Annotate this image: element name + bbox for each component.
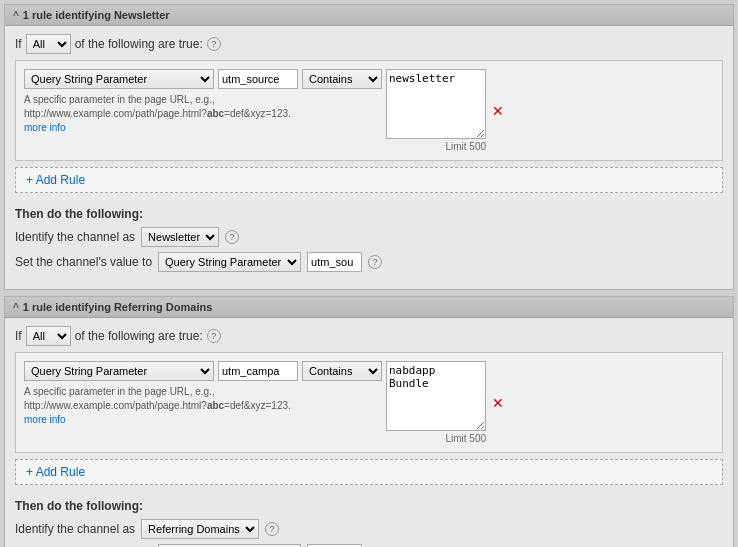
type-select-newsletter[interactable]: Query String Parameter Referring Domain …	[24, 69, 214, 89]
if-row-referring: If All Any of the following are true: ?	[15, 326, 723, 346]
identify-row-newsletter: Identify the channel as Newsletter ?	[15, 227, 723, 247]
add-rule-link-referring[interactable]: Add Rule	[26, 465, 85, 479]
if-row-newsletter: If All Any of the following are true: ?	[15, 34, 723, 54]
value-textarea-newsletter[interactable]: newsletter	[386, 69, 486, 139]
type-select-referring[interactable]: Query String Parameter Referring Domain …	[24, 361, 214, 381]
then-title-newsletter: Then do the following:	[15, 207, 723, 221]
hint-referring: A specific parameter in the page URL, e.…	[24, 385, 382, 427]
all-select-referring[interactable]: All Any	[26, 326, 71, 346]
help-icon-identify-referring[interactable]: ?	[265, 522, 279, 536]
delete-btn-referring[interactable]: ✕	[490, 395, 506, 411]
page-container: ^ 1 rule identifying Newsletter If All A…	[0, 0, 738, 547]
rule-header-newsletter: ^ 1 rule identifying Newsletter	[5, 5, 733, 26]
identify-select-newsletter[interactable]: Newsletter	[141, 227, 219, 247]
operator-select-newsletter[interactable]: Contains Does Not Contain Equals Starts …	[302, 69, 382, 89]
value-col-referring: nabdapp Bundle Limit 500	[386, 361, 486, 444]
if-label-referring: If	[15, 329, 22, 343]
help-icon-set-newsletter[interactable]: ?	[368, 255, 382, 269]
param-input-referring[interactable]	[218, 361, 298, 381]
help-icon-newsletter[interactable]: ?	[207, 37, 221, 51]
collapse-icon-newsletter[interactable]: ^	[13, 10, 19, 21]
set-param-input-newsletter[interactable]	[307, 252, 362, 272]
of-following-newsletter: of the following are true:	[75, 37, 203, 51]
hint-text-referring: A specific parameter in the page URL, e.…	[24, 385, 382, 427]
more-info-link-referring[interactable]: more info	[24, 414, 66, 425]
rule-section-newsletter: ^ 1 rule identifying Newsletter If All A…	[4, 4, 734, 290]
param-input-newsletter[interactable]	[218, 69, 298, 89]
condition-1-newsletter: Query String Parameter Referring Domain …	[24, 69, 714, 152]
collapse-icon-referring[interactable]: ^	[13, 302, 19, 313]
identify-select-referring[interactable]: Referring Domains	[141, 519, 259, 539]
condition-left-newsletter: Query String Parameter Referring Domain …	[24, 69, 382, 135]
set-label-newsletter: Set the channel's value to	[15, 255, 152, 269]
rule-body-newsletter: If All Any of the following are true: ? …	[5, 26, 733, 289]
delete-btn-newsletter[interactable]: ✕	[490, 103, 506, 119]
all-select-newsletter[interactable]: All Any	[26, 34, 71, 54]
help-icon-referring[interactable]: ?	[207, 329, 221, 343]
then-section-newsletter: Then do the following: Identify the chan…	[15, 203, 723, 281]
rule-header-text-referring: 1 rule identifying Referring Domains	[23, 301, 212, 313]
identify-label-referring: Identify the channel as	[15, 522, 135, 536]
identify-label-newsletter: Identify the channel as	[15, 230, 135, 244]
limit-text-referring: Limit 500	[386, 433, 486, 444]
condition-left-referring: Query String Parameter Referring Domain …	[24, 361, 382, 427]
if-label-newsletter: If	[15, 37, 22, 51]
set-type-select-newsletter[interactable]: Query String Parameter Referring Domain …	[158, 252, 301, 272]
more-info-link-newsletter[interactable]: more info	[24, 122, 66, 133]
add-rule-link-newsletter[interactable]: Add Rule	[26, 173, 85, 187]
rule-body-referring: If All Any of the following are true: ? …	[5, 318, 733, 547]
rule-section-referring: ^ 1 rule identifying Referring Domains I…	[4, 296, 734, 547]
value-col-newsletter: newsletter Limit 500	[386, 69, 486, 152]
identify-row-referring: Identify the channel as Referring Domain…	[15, 519, 723, 539]
then-title-referring: Then do the following:	[15, 499, 723, 513]
of-following-referring: of the following are true:	[75, 329, 203, 343]
value-textarea-referring[interactable]: nabdapp Bundle	[386, 361, 486, 431]
help-icon-identify-newsletter[interactable]: ?	[225, 230, 239, 244]
rule-header-referring: ^ 1 rule identifying Referring Domains	[5, 297, 733, 318]
add-rule-box-referring: Add Rule	[15, 459, 723, 485]
conditions-box-newsletter: Query String Parameter Referring Domain …	[15, 60, 723, 161]
operator-select-referring[interactable]: Contains Does Not Contain Equals Starts …	[302, 361, 382, 381]
hint-text-newsletter: A specific parameter in the page URL, e.…	[24, 93, 382, 135]
hint-newsletter: A specific parameter in the page URL, e.…	[24, 93, 382, 135]
rule-header-text-newsletter: 1 rule identifying Newsletter	[23, 9, 170, 21]
then-section-referring: Then do the following: Identify the chan…	[15, 495, 723, 547]
conditions-box-referring: Query String Parameter Referring Domain …	[15, 352, 723, 453]
limit-text-newsletter: Limit 500	[386, 141, 486, 152]
condition-1-referring: Query String Parameter Referring Domain …	[24, 361, 714, 444]
add-rule-box-newsletter: Add Rule	[15, 167, 723, 193]
set-row-newsletter: Set the channel's value to Query String …	[15, 252, 723, 272]
